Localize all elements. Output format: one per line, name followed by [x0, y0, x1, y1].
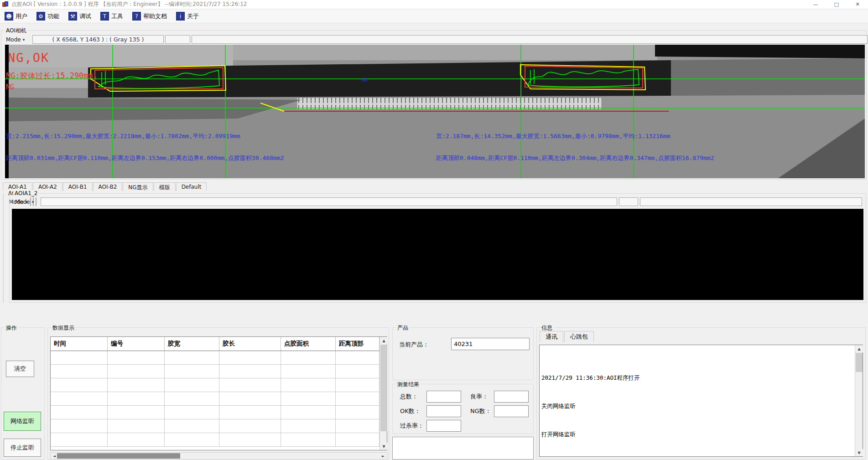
table-header-cell[interactable]: 时间: [51, 337, 108, 351]
window-title: 点胶AOI [ Version : 1.0.0.9 ] 程序 【当前用户：Eng…: [11, 0, 247, 8]
operation-groupbox: 操作 清空 网络监听 停止监听: [1, 327, 45, 460]
info-tab-item[interactable]: 通讯: [540, 331, 563, 342]
table-header-cell[interactable]: 编号: [108, 337, 165, 351]
results-group-label: 测量结果: [396, 381, 421, 388]
network-listen-button[interactable]: 网络监听: [4, 412, 41, 431]
sub-panel-textbox-1[interactable]: [41, 197, 617, 206]
camera-group-label: AOI相机: [5, 27, 28, 35]
sub-panel-textbox-2[interactable]: [619, 197, 638, 206]
table-header-cell[interactable]: 距离顶部: [336, 337, 379, 351]
toolbar-item-icon: ☻: [5, 12, 13, 21]
ng-count-field[interactable]: [494, 405, 529, 417]
sub-panel-label: AOIA1_2: [13, 190, 39, 196]
table-horizontal-scrollbar[interactable]: ◄ ►: [50, 452, 387, 460]
table-header-row: 时间 编号 胶宽 胶长 点胶面积 距离顶部: [51, 337, 379, 351]
current-product-label: 当前产品：: [399, 341, 429, 349]
maximize-icon[interactable]: □: [826, 0, 847, 9]
overkill-rate-row: 过杀率：: [400, 420, 464, 432]
tab-item[interactable]: AOI-B2: [93, 182, 123, 191]
current-product-field[interactable]: [451, 338, 530, 350]
tab-item[interactable]: Default: [176, 182, 207, 191]
sub-panel-image-viewport[interactable]: [12, 209, 863, 300]
comm-log-text[interactable]: 2021/7/29 11:36:30:AOI程序打开 关闭网络监听 打开网络监听…: [540, 345, 855, 456]
table-row[interactable]: [51, 433, 379, 447]
clear-button[interactable]: 清空: [6, 361, 34, 377]
scrollbar-thumb[interactable]: [57, 453, 180, 459]
ng-reason-text: NG:胶体过长:15.290mm,: [6, 71, 98, 80]
table-header-cell[interactable]: 胶长: [219, 337, 281, 351]
scroll-down-icon[interactable]: ▼: [855, 449, 863, 456]
yield-rate-row: 良率：: [470, 391, 531, 403]
sub-panel-group: AOIA1_1 Mode ▾: [3, 193, 4, 303]
ok-count-field[interactable]: [426, 405, 461, 417]
sub-panel-mode-dropdown[interactable]: Mode ▾: [13, 197, 38, 206]
info-tab-item[interactable]: 心跳包: [564, 331, 594, 342]
info-tabbar: 通讯 心跳包: [540, 332, 595, 342]
scroll-up-icon[interactable]: ▲: [380, 337, 388, 344]
data-table: 时间 编号 胶宽 胶长 点胶面积 距离顶部: [50, 336, 387, 450]
title-bar: 点胶AOI [ Version : 1.0.0.9 ] 程序 【当前用户：Eng…: [0, 0, 868, 9]
log-line: 关闭网络监听: [541, 403, 853, 410]
app-window: 点胶AOI [ Version : 1.0.0.9 ] 程序 【当前用户：Eng…: [0, 0, 868, 460]
table-row[interactable]: [51, 365, 379, 378]
camera-status-box: [192, 35, 868, 44]
aoi-tabbar: AOI-A1 AOI-A2 AOI-B1 AOI-B2 NG显示 模版 Defa…: [3, 181, 207, 191]
log-vertical-scrollbar[interactable]: ▲ ▼: [855, 345, 863, 456]
scrollbar-thumb[interactable]: [856, 353, 863, 372]
table-header-cell[interactable]: 点胶面积: [281, 337, 336, 351]
log-line: 打开网络监听: [541, 431, 853, 438]
data-display-group-label: 数据显示: [51, 324, 76, 332]
toolbar-item[interactable]: ⚙ 功能: [36, 12, 59, 21]
table-row[interactable]: [51, 392, 379, 406]
sub-panel-group: AOIA1_2 Mode ▾: [9, 193, 866, 303]
toolbar-item[interactable]: ? 帮助文档: [132, 12, 167, 21]
toolbar-item[interactable]: ⚒ 调试: [68, 12, 91, 21]
camera-aux-box: [165, 35, 190, 44]
sub-panel-textbox-3[interactable]: [640, 197, 862, 206]
log-line: 2021/7/29 11:36:30:AOI程序打开: [541, 374, 853, 382]
sub-panel-mode-row: Mode ▾: [13, 197, 862, 206]
camera-coords-display: ( X 6568, Y 1463 ) : ( Gray 135 ): [32, 35, 164, 44]
table-row[interactable]: [51, 419, 379, 433]
tab-item[interactable]: NG显示: [123, 182, 153, 191]
close-icon[interactable]: ✕: [847, 0, 868, 9]
scrollbar-thumb[interactable]: [380, 345, 387, 431]
toolbar-item-icon: ⚙: [36, 12, 45, 21]
camera-groupbox: AOI相机 Mode ▾ ( X 6568, Y 1463 ) : ( Gray…: [1, 30, 867, 180]
ok-count-row: OK数：: [400, 405, 464, 417]
yield-rate-field[interactable]: [494, 391, 529, 403]
table-header-cell[interactable]: 胶宽: [165, 337, 219, 351]
right-stats-line2: 距离顶部0.048mm,距离CF层0.110mm,距离左边界0.304mm,距离…: [436, 155, 714, 161]
main-toolbar: ☻ 用户 ⚙ 功能 ⚒ 调试 T 工具 ? 帮助文档: [0, 10, 868, 23]
product-notes-panel: [392, 437, 534, 460]
left-stats-line1: 宽:2.215mm,长:15.290mm,最大胶宽:2.2218mm,最小:1.…: [6, 133, 240, 140]
total-count-field[interactable]: [426, 391, 461, 403]
app-icon: [2, 1, 9, 8]
scroll-up-icon[interactable]: ▲: [855, 345, 863, 352]
tab-item[interactable]: AOI-B1: [63, 182, 93, 191]
toolbar-item-label: 功能: [47, 12, 59, 21]
table-vertical-scrollbar[interactable]: ▲ ▼: [379, 337, 387, 450]
stop-listen-button[interactable]: 停止监听: [4, 439, 41, 457]
camera-mode-dropdown[interactable]: Mode ▾: [4, 35, 29, 44]
toolbar-item-label: 工具: [111, 12, 123, 21]
minimize-icon[interactable]: —: [805, 0, 826, 9]
toolbar-item-icon: ?: [132, 12, 141, 21]
toolbar-item[interactable]: T 工具: [100, 12, 123, 21]
scroll-down-icon[interactable]: ▼: [380, 443, 388, 450]
table-row[interactable]: [51, 378, 379, 392]
comm-log-panel: 2021/7/29 11:36:30:AOI程序打开 关闭网络监听 打开网络监听…: [539, 345, 863, 457]
left-stats-line2: 距离顶部0.031mm,距离CF层0.110mm,距离左边界0.153mm,距离…: [6, 155, 284, 161]
overkill-rate-field[interactable]: [426, 420, 461, 432]
toolbar-item[interactable]: i 关于: [176, 12, 199, 21]
scroll-right-icon[interactable]: ►: [379, 453, 387, 459]
ok-label-text: OK: [362, 77, 368, 83]
toolbar-item-icon: T: [100, 12, 109, 21]
photo-ruler-strip: [297, 98, 602, 109]
toolbar-item[interactable]: ☻ 用户: [5, 12, 27, 21]
camera-image-viewport[interactable]: NG,OK NG:胶体过长:15.290mm, NG OK 宽:2.215mm,…: [5, 45, 865, 178]
total-count-row: 总数：: [400, 391, 464, 403]
table-row[interactable]: [51, 406, 379, 419]
tab-item[interactable]: 模版: [154, 182, 176, 191]
table-row[interactable]: [51, 351, 379, 365]
